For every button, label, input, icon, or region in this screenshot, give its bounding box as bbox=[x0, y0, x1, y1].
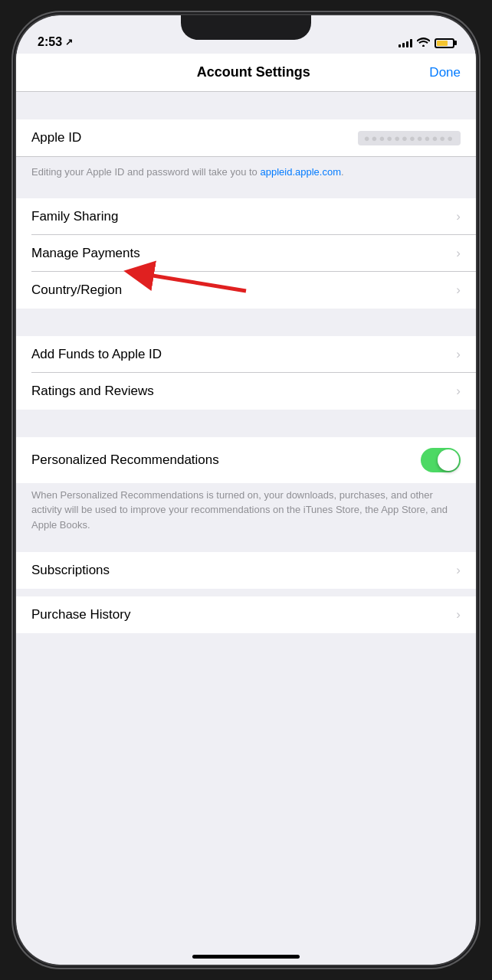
status-icons bbox=[399, 37, 454, 49]
personalized-toggle[interactable] bbox=[421, 448, 461, 472]
apple-id-row: Apple ID ●●●●●●●●●●●● bbox=[16, 119, 476, 157]
section-gap-5 bbox=[16, 544, 476, 552]
add-funds-chevron: › bbox=[456, 347, 461, 362]
status-time: 2:53 ↗ bbox=[38, 35, 73, 49]
phone-frame: 2:53 ↗ bbox=[16, 15, 476, 965]
ratings-reviews-row[interactable]: Ratings and Reviews › bbox=[16, 373, 476, 410]
country-region-row[interactable]: Country/Region › bbox=[16, 272, 476, 309]
apple-id-info-text: Editing your Apple ID and password will … bbox=[16, 157, 476, 191]
menu-group-1: Family Sharing › Manage Payments › Count… bbox=[16, 198, 476, 309]
manage-payments-row[interactable]: Manage Payments › bbox=[16, 235, 476, 272]
nav-header: Account Settings Done bbox=[16, 54, 476, 92]
appleid-link[interactable]: appleid.apple.com bbox=[260, 166, 341, 178]
battery-icon bbox=[435, 38, 454, 48]
ratings-reviews-label: Ratings and Reviews bbox=[31, 384, 154, 399]
content: Account Settings Done Apple ID ●●●●●●●●●… bbox=[16, 54, 476, 965]
manage-payments-chevron: › bbox=[456, 246, 461, 261]
country-region-chevron: › bbox=[456, 283, 461, 298]
home-indicator bbox=[192, 955, 300, 959]
add-funds-label: Add Funds to Apple ID bbox=[31, 347, 162, 362]
add-funds-row[interactable]: Add Funds to Apple ID › bbox=[16, 336, 476, 373]
nav-title: Account Settings bbox=[77, 64, 429, 80]
apple-id-value: ●●●●●●●●●●●● bbox=[358, 131, 461, 145]
family-sharing-label: Family Sharing bbox=[31, 209, 118, 224]
signal-bars-icon bbox=[399, 38, 412, 47]
section-gap-4 bbox=[16, 410, 476, 437]
section-gap-3 bbox=[16, 309, 476, 336]
manage-payments-label: Manage Payments bbox=[31, 246, 140, 261]
subscriptions-label: Subscriptions bbox=[31, 563, 110, 578]
screen: 2:53 ↗ bbox=[16, 15, 476, 965]
apple-id-label: Apple ID bbox=[31, 130, 81, 145]
ratings-reviews-chevron: › bbox=[456, 384, 461, 399]
subscriptions-row[interactable]: Subscriptions › bbox=[16, 552, 476, 589]
menu-group-2: Add Funds to Apple ID › Ratings and Revi… bbox=[16, 336, 476, 410]
personalized-description: When Personalized Recommendations is tur… bbox=[16, 483, 476, 545]
section-gap-2 bbox=[16, 191, 476, 198]
country-region-label: Country/Region bbox=[31, 283, 122, 298]
purchase-history-label: Purchase History bbox=[31, 607, 130, 622]
location-icon: ↗ bbox=[65, 37, 73, 47]
done-button[interactable]: Done bbox=[429, 65, 461, 80]
toggle-knob bbox=[438, 449, 459, 471]
purchase-history-row[interactable]: Purchase History › bbox=[16, 596, 476, 633]
family-sharing-chevron: › bbox=[456, 209, 461, 224]
family-sharing-row[interactable]: Family Sharing › bbox=[16, 198, 476, 235]
wifi-icon bbox=[417, 37, 430, 49]
section-gap-6 bbox=[16, 589, 476, 596]
subscriptions-chevron: › bbox=[456, 563, 461, 578]
menu-group-4: Purchase History › bbox=[16, 596, 476, 633]
notch bbox=[181, 15, 311, 40]
personalized-label: Personalized Recommendations bbox=[31, 452, 219, 468]
section-gap-top bbox=[16, 92, 476, 119]
personalized-row: Personalized Recommendations bbox=[16, 437, 476, 483]
svg-line-1 bbox=[139, 273, 246, 291]
purchase-history-chevron: › bbox=[456, 607, 461, 622]
menu-group-3: Subscriptions › bbox=[16, 552, 476, 589]
